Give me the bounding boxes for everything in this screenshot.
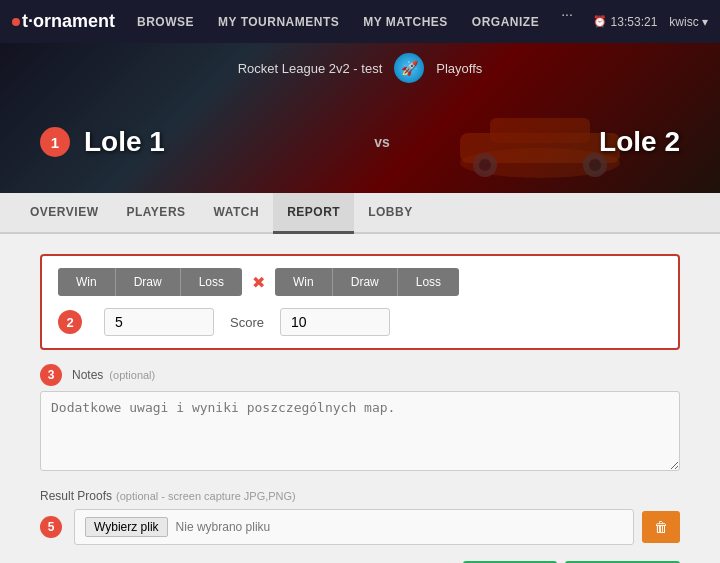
tab-lobby[interactable]: LOBBY — [354, 193, 427, 234]
tab-watch[interactable]: WATCH — [200, 193, 274, 234]
notes-label-text: Notes — [72, 368, 103, 382]
step3-badge: 3 — [40, 364, 62, 386]
team1-draw-btn[interactable]: Draw — [116, 268, 181, 296]
nav-user[interactable]: kwisc ▾ — [669, 15, 708, 29]
step5-badge: 5 — [40, 516, 62, 538]
team2-win-btn[interactable]: Win — [275, 268, 333, 296]
hero-banner: Rocket League 2v2 - test 🚀 Playoffs 1 Lo… — [0, 43, 720, 193]
team1-info: 1 Lole 1 — [40, 126, 165, 158]
no-file-text: Nie wybrano pliku — [176, 520, 271, 534]
file-input-area: Wybierz plik Nie wybrano pliku — [74, 509, 634, 545]
hero-stage: Playoffs — [436, 61, 482, 76]
hero-main: 1 Lole 1 vs Lole 2 — [0, 91, 720, 193]
clock-icon: ⏰ — [593, 15, 607, 28]
team2-draw-btn[interactable]: Draw — [333, 268, 398, 296]
score-group-1: Win Draw Loss — [58, 268, 242, 296]
tab-overview[interactable]: OVERVIEW — [16, 193, 112, 234]
logo[interactable]: t·ornament — [12, 11, 115, 32]
proofs-section: Result Proofs (optional - screen capture… — [40, 489, 680, 545]
nav-organize[interactable]: ORGANIZE — [470, 3, 541, 41]
proofs-row: 5 Wybierz plik Nie wybrano pliku 🗑 — [40, 509, 680, 545]
tab-players[interactable]: PLAYERS — [112, 193, 199, 234]
nav-my-matches[interactable]: MY MATCHES — [361, 3, 450, 41]
main-content: Win Draw Loss ✖ Win Draw Loss 2 Score 3 … — [0, 234, 720, 563]
nav-right: ⏰ 13:53:21 kwisc ▾ — [593, 15, 708, 29]
notes-section: 3 Notes (optional) Dodatkowe uwagi i wyn… — [40, 364, 680, 475]
nav-time: ⏰ 13:53:21 — [593, 15, 658, 29]
team2-name: Lole 2 — [599, 126, 680, 158]
score-input-1[interactable] — [104, 308, 214, 336]
team1-win-btn[interactable]: Win — [58, 268, 116, 296]
team1-loss-btn[interactable]: Loss — [181, 268, 242, 296]
score-label: Score — [230, 315, 264, 330]
hero-top-bar: Rocket League 2v2 - test 🚀 Playoffs — [0, 43, 720, 91]
page-tabs: OVERVIEW PLAYERS WATCH REPORT LOBBY — [0, 193, 720, 234]
score-group-2: Win Draw Loss — [275, 268, 459, 296]
proofs-optional-text: (optional - screen capture JPG,PNG) — [116, 490, 296, 502]
notes-optional-text: (optional) — [109, 369, 155, 381]
nav-browse[interactable]: BROWSE — [135, 3, 196, 41]
delete-file-btn[interactable]: 🗑 — [642, 511, 680, 543]
vs-label: vs — [374, 134, 390, 150]
notes-textarea[interactable]: Dodatkowe uwagi i wyniki poszczególnych … — [40, 391, 680, 471]
score-buttons-row: Win Draw Loss ✖ Win Draw Loss — [58, 268, 662, 296]
clear-btn[interactable]: ✖ — [252, 273, 265, 292]
nav-time-value: 13:53:21 — [611, 15, 658, 29]
notes-label-row: 3 Notes (optional) — [40, 364, 680, 386]
team1-name: Lole 1 — [84, 126, 165, 158]
score-input-2[interactable] — [280, 308, 390, 336]
game-icon: 🚀 — [394, 53, 424, 83]
nav-my-tournaments[interactable]: MY TOURNAMENTS — [216, 3, 341, 41]
hero-game-name: Rocket League 2v2 - test — [238, 61, 383, 76]
file-choose-btn[interactable]: Wybierz plik — [85, 517, 168, 537]
top-navigation: t·ornament BROWSE MY TOURNAMENTS MY MATC… — [0, 0, 720, 43]
step2-badge: 2 — [58, 310, 82, 334]
score-section: Win Draw Loss ✖ Win Draw Loss 2 Score — [40, 254, 680, 350]
proofs-label-row: Result Proofs (optional - screen capture… — [40, 489, 680, 503]
tab-report[interactable]: REPORT — [273, 193, 354, 234]
proofs-label-text: Result Proofs — [40, 489, 112, 503]
team1-number: 1 — [40, 127, 70, 157]
nav-more[interactable]: ... — [561, 3, 573, 41]
nav-links: BROWSE MY TOURNAMENTS MY MATCHES ORGANIZ… — [135, 3, 593, 41]
team2-loss-btn[interactable]: Loss — [398, 268, 459, 296]
score-inputs-row: 2 Score — [58, 308, 662, 336]
